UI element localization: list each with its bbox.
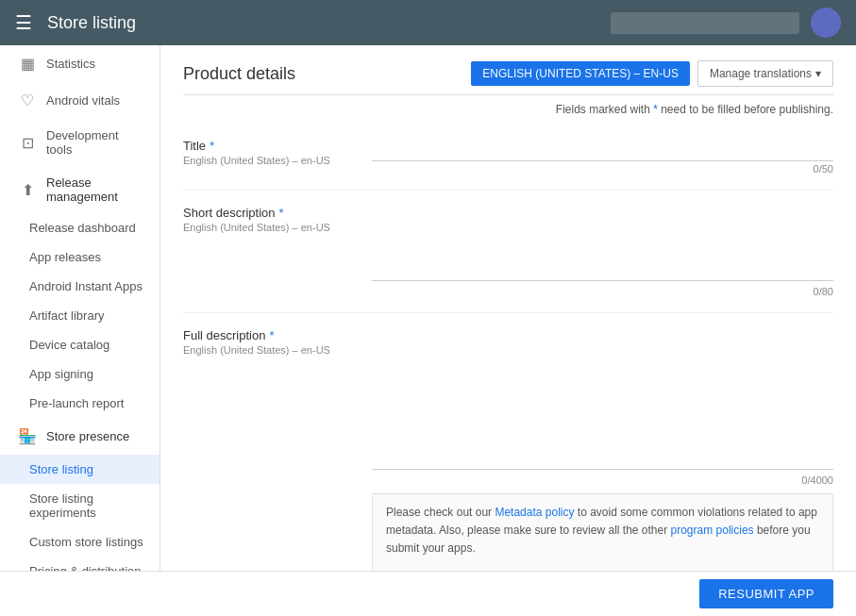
sidebar-item-dev-tools[interactable]: ⊡ Development tools xyxy=(0,119,159,166)
title-required-star: * xyxy=(210,139,214,153)
full-desc-required-star: * xyxy=(269,328,274,342)
sidebar-item-app-releases[interactable]: App releases xyxy=(0,242,159,272)
topbar-title: Store listing xyxy=(47,13,611,33)
sidebar-label-artifact-library: Artifact library xyxy=(29,308,104,323)
sidebar-item-android-instant[interactable]: Android Instant Apps xyxy=(0,272,159,301)
product-header: Product details ENGLISH (UNITED STATES) … xyxy=(183,45,833,95)
account-avatar[interactable] xyxy=(811,8,841,38)
program-policies-link[interactable]: program policies xyxy=(671,524,754,537)
sidebar-label-release-management: Release management xyxy=(46,175,144,204)
title-char-count: 0/50 xyxy=(372,163,833,175)
statistics-icon: ▦ xyxy=(18,55,37,73)
bottom-bar: RESUBMIT APP xyxy=(0,571,856,616)
sidebar-label-custom-store: Custom store listings xyxy=(29,535,143,549)
content-area: Product details ENGLISH (UNITED STATES) … xyxy=(160,45,856,616)
main-content: Product details ENGLISH (UNITED STATES) … xyxy=(160,45,856,616)
short-desc-label: Short description * xyxy=(183,206,349,220)
sidebar-item-custom-store[interactable]: Custom store listings xyxy=(0,527,159,557)
title-field-col: 0/50 xyxy=(372,139,833,175)
sidebar-item-release-dashboard[interactable]: Release dashboard xyxy=(0,213,159,242)
sidebar-item-app-signing[interactable]: App signing xyxy=(0,359,159,389)
sidebar-label-statistics: Statistics xyxy=(46,57,95,71)
sidebar-label-store-listing-exp: Store listing experiments xyxy=(29,491,96,520)
dev-tools-icon: ⊡ xyxy=(18,134,37,152)
language-button[interactable]: ENGLISH (UNITED STATES) – EN-US xyxy=(471,61,690,86)
short-desc-sublabel: English (United States) – en-US xyxy=(183,222,349,233)
short-desc-field-col: 0/80 xyxy=(372,206,833,297)
manage-translations-button[interactable]: Manage translations ▾ xyxy=(697,60,833,87)
full-desc-sublabel: English (United States) – en-US xyxy=(183,344,349,356)
sidebar-item-release-management[interactable]: ⬆ Release management xyxy=(0,166,159,213)
title-label-col: Title * English (United States) – en-US xyxy=(183,139,372,175)
sidebar-label-store-presence: Store presence xyxy=(46,429,129,443)
sidebar-item-statistics[interactable]: ▦ Statistics xyxy=(0,45,159,82)
sidebar-label-android-instant: Android Instant Apps xyxy=(29,279,143,293)
short-desc-label-col: Short description * English (United Stat… xyxy=(183,206,372,297)
sidebar-label-store-listing: Store listing xyxy=(29,462,93,476)
search-input[interactable] xyxy=(611,12,799,34)
menu-icon[interactable]: ☰ xyxy=(15,11,32,34)
manage-translations-label: Manage translations xyxy=(710,67,812,80)
sidebar-label-dev-tools: Development tools xyxy=(46,128,144,157)
metadata-policy-link[interactable]: Metadata policy xyxy=(495,506,574,519)
chevron-down-icon: ▾ xyxy=(815,67,821,80)
sidebar-label-release-dashboard: Release dashboard xyxy=(29,221,136,235)
sidebar-item-pre-launch[interactable]: Pre-launch report xyxy=(0,389,159,418)
sidebar-item-store-presence[interactable]: 🏪 Store presence xyxy=(0,418,159,455)
short-desc-row: Short description * English (United Stat… xyxy=(183,191,833,313)
topbar: ☰ Store listing xyxy=(0,0,856,45)
full-desc-char-count: 0/4000 xyxy=(372,474,833,486)
full-desc-input[interactable] xyxy=(372,328,833,470)
title-label: Title * xyxy=(183,139,349,153)
sidebar-item-artifact-library[interactable]: Artifact library xyxy=(0,301,159,330)
short-desc-input[interactable] xyxy=(372,206,833,281)
android-vitals-icon: ♡ xyxy=(18,92,37,109)
layout: ▦ Statistics ♡ Android vitals ⊡ Developm… xyxy=(0,45,856,616)
title-row: Title * English (United States) – en-US … xyxy=(183,124,833,191)
fields-note: Fields marked with * need to be filled b… xyxy=(183,95,833,124)
sidebar: ▦ Statistics ♡ Android vitals ⊡ Developm… xyxy=(0,45,160,616)
sidebar-item-store-listing-exp[interactable]: Store listing experiments xyxy=(0,484,159,527)
sidebar-label-device-catalog: Device catalog xyxy=(29,338,109,352)
short-desc-char-count: 0/80 xyxy=(372,286,833,297)
resubmit-button[interactable]: RESUBMIT APP xyxy=(699,579,833,608)
title-input[interactable] xyxy=(372,139,833,161)
required-star: * xyxy=(653,103,661,116)
sidebar-label-app-releases: App releases xyxy=(29,250,101,264)
sidebar-item-store-listing[interactable]: Store listing xyxy=(0,455,159,484)
short-desc-required-star: * xyxy=(279,206,284,220)
release-management-icon: ⬆ xyxy=(18,181,37,199)
store-presence-icon: 🏪 xyxy=(18,427,37,445)
header-right: ENGLISH (UNITED STATES) – EN-US Manage t… xyxy=(471,60,833,87)
sidebar-label-app-signing: App signing xyxy=(29,367,93,381)
sidebar-label-pre-launch: Pre-launch report xyxy=(29,396,124,410)
full-desc-label: Full description * xyxy=(183,328,349,342)
sidebar-item-device-catalog[interactable]: Device catalog xyxy=(0,330,159,359)
sidebar-item-android-vitals[interactable]: ♡ Android vitals xyxy=(0,82,159,119)
product-details-title: Product details xyxy=(183,64,295,84)
sidebar-label-android-vitals: Android vitals xyxy=(46,93,120,108)
title-sublabel: English (United States) – en-US xyxy=(183,155,349,166)
